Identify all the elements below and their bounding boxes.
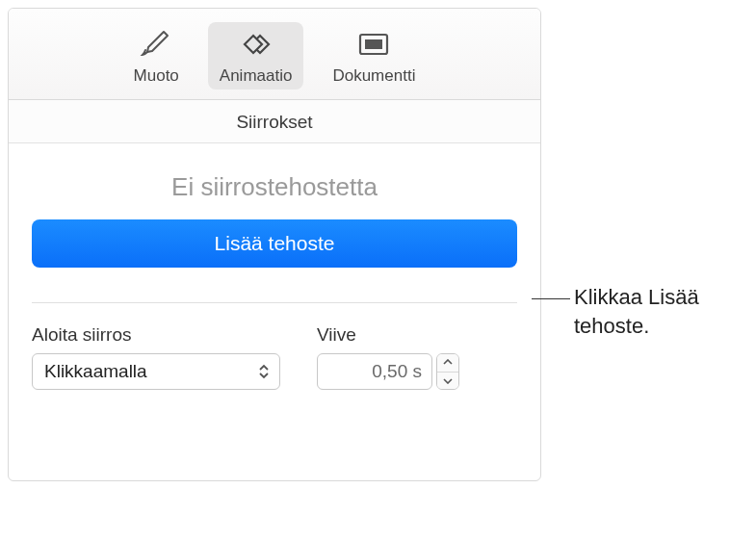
inspector-content: Ei siirrostehostetta Lisää tehoste Aloit… [9, 143, 540, 390]
document-icon [353, 28, 394, 61]
start-transition-select[interactable]: Klikkaamalla [32, 353, 280, 390]
tab-document[interactable]: Dokumentti [321, 22, 427, 90]
tab-document-label: Dokumentti [332, 66, 415, 86]
chevron-down-icon [443, 377, 453, 384]
brush-icon [136, 28, 176, 61]
delay-input[interactable] [317, 353, 432, 390]
inspector-panel: Muoto Animaatio Dokumentti Siirrokset Ei [8, 8, 541, 481]
tab-animation-label: Animaatio [220, 66, 293, 86]
inspector-toolbar: Muoto Animaatio Dokumentti [9, 9, 540, 100]
svg-rect-1 [365, 39, 382, 49]
callout-leader-line [532, 298, 570, 299]
start-transition-value: Klikkaamalla [44, 361, 147, 382]
diamond-stack-icon [236, 28, 276, 61]
divider [32, 302, 517, 303]
transition-controls: Aloita siirros Klikkaamalla Viive [32, 324, 517, 390]
chevron-up-icon [443, 359, 453, 366]
stepper-down-button[interactable] [437, 373, 458, 390]
tab-format[interactable]: Muoto [122, 22, 191, 90]
callout-text: Klikkaa Lisää tehoste. [574, 283, 756, 340]
delay-label: Viive [317, 324, 459, 346]
chevron-up-down-icon [251, 357, 276, 386]
stepper-up-button[interactable] [437, 354, 458, 373]
section-title: Siirrokset [9, 100, 540, 143]
start-transition-label: Aloita siirros [32, 324, 280, 346]
delay-stepper [436, 353, 459, 390]
delay-group: Viive [317, 324, 459, 390]
add-effect-button[interactable]: Lisää tehoste [32, 219, 517, 268]
tab-animation[interactable]: Animaatio [208, 22, 304, 90]
effect-status-title: Ei siirrostehostetta [32, 172, 517, 202]
tab-format-label: Muoto [134, 66, 179, 86]
start-transition-group: Aloita siirros Klikkaamalla [32, 324, 280, 390]
